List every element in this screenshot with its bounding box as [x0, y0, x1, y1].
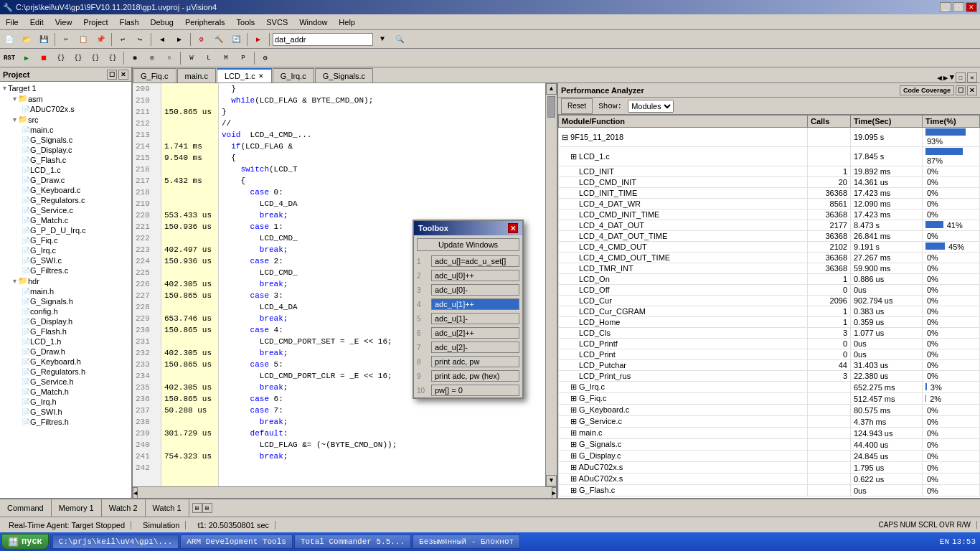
tree-item[interactable]: 📄 G_P_D_U_Irq.c	[1, 225, 130, 235]
debug-btn[interactable]: ▶	[250, 32, 266, 47]
run-btn[interactable]: ▶	[19, 50, 34, 66]
toolbox-item-3[interactable]: 4adc_u[1]++	[414, 297, 522, 311]
new-btn[interactable]: 📄	[1, 32, 17, 47]
tree-item[interactable]: 📄 G_SWI.h	[1, 407, 130, 417]
perf-row[interactable]: LCD_Cur 2096 902.794 us 0%	[559, 296, 980, 306]
tree-item[interactable]: 📄 G_Filtres.h	[1, 417, 130, 427]
tab-scroll-right[interactable]: ▶	[943, 73, 948, 83]
toolbox-item-6[interactable]: 7adc_u[2]-	[414, 340, 522, 354]
editor-tab-3[interactable]: G_Irq.c	[273, 68, 314, 83]
toolbox-item-9[interactable]: 10pw[] = 0	[414, 383, 522, 397]
editor-tab-4[interactable]: G_Signals.c	[315, 68, 373, 83]
h-scrollbar[interactable]: ◀ ▶	[133, 486, 557, 498]
menu-tools[interactable]: Tools	[231, 17, 261, 28]
perf-row[interactable]: ⊞ G_Irq.c 652.275 ms 3%	[559, 382, 980, 393]
taskbar-item-1[interactable]: ARM Development Tools	[180, 534, 293, 549]
tree-item[interactable]: 📄 G_Match.h	[1, 387, 130, 397]
tree-item[interactable]: 📄 ADuC702x.s	[1, 104, 130, 114]
perf-row[interactable]: ⊞ G_Display.c 24.845 us 0%	[559, 451, 980, 462]
cut-btn[interactable]: ✂	[58, 32, 74, 47]
addr-input[interactable]	[273, 33, 373, 46]
perf-row[interactable]: ⊞ ADuC702x.s 1.795 us 0%	[559, 462, 980, 474]
tree-item[interactable]: ▼ 📁 src	[1, 114, 130, 125]
memory-btn[interactable]: M	[218, 50, 234, 66]
perf-row[interactable]: LCD_Cur_CGRAM 1 0.383 us 0%	[559, 306, 980, 317]
perf-row[interactable]: LCD_4_CMD_OUT 2102 9.191 s 45%	[559, 242, 980, 253]
panel-close-btn[interactable]: ✕	[118, 70, 128, 80]
tab-close-all-btn[interactable]: ✕	[967, 72, 977, 83]
menu-debug[interactable]: Debug	[145, 17, 179, 28]
bottom-icon1[interactable]: ⊞	[192, 503, 202, 513]
toolbox-update-btn[interactable]: Update Windows	[417, 238, 519, 251]
taskbar-item-0[interactable]: C:\prjs\keil\uV4\gp1\...	[52, 534, 179, 549]
perf-row[interactable]: LCD_4_DAT_WR 8561 12.090 ms 0%	[559, 199, 980, 209]
tree-item[interactable]: 📄 LCD_1.h	[1, 336, 130, 347]
toolbox-item-0[interactable]: 1adc_u[]=adc_u_set[]	[414, 254, 522, 268]
perf-row[interactable]: LCD_4_CMD_OUT_TIME 36368 27.267 ms 0%	[559, 253, 980, 263]
menu-project[interactable]: Project	[77, 17, 113, 28]
tree-item[interactable]: 📄 G_Regulators.c	[1, 195, 130, 205]
scroll-thumb[interactable]	[547, 96, 555, 118]
perf-row[interactable]: LCD_Putchar 44 31.403 us 0%	[559, 360, 980, 371]
perf-float-btn[interactable]: ☐	[956, 85, 966, 95]
tree-item[interactable]: 📄 G_Fiq.c	[1, 235, 130, 245]
perf-row[interactable]: LCD_CMD_INIT_TIME 36368 17.423 ms 0%	[559, 209, 980, 220]
perf-row[interactable]: LCD_INIT_TIME 36368 17.423 ms 0%	[559, 188, 980, 199]
tree-item[interactable]: 📄 G_Keyboard.h	[1, 357, 130, 367]
perf-row[interactable]: LCD_Off 0 0us 0%	[559, 285, 980, 296]
taskbar-item-3[interactable]: Безымянный - Блокнот	[413, 534, 520, 549]
scroll-left-btn[interactable]: ◀	[133, 487, 138, 498]
perf-row[interactable]: ⊞ G_Fiq.c 512.457 ms 2%	[559, 393, 980, 405]
tree-item[interactable]: 📄 G_SWI.c	[1, 255, 130, 265]
perf-row[interactable]: LCD_INIT 1 19.892 ms 0%	[559, 166, 980, 177]
fwd-btn[interactable]: ▶	[171, 32, 187, 47]
save-btn[interactable]: 💾	[36, 32, 52, 47]
start-button[interactable]: 🪟 пуск	[1, 534, 49, 550]
perf-row[interactable]: ⊞ G_Flash.c 0us 0%	[559, 485, 980, 496]
tab-scroll-left[interactable]: ◀	[937, 73, 942, 83]
perf-row[interactable]: LCD_Print_rus 3 22.380 us 0%	[559, 371, 980, 382]
open-btn[interactable]: 📂	[19, 32, 34, 47]
tree-item[interactable]: 📄 G_Display.h	[1, 316, 130, 326]
menu-svcs[interactable]: SVCS	[260, 17, 293, 28]
tree-item[interactable]: 📄 G_Keyboard.c	[1, 185, 130, 195]
perf-row[interactable]: ⊞ G_Keyboard.c 80.575 ms 0%	[559, 405, 980, 416]
perf-reset-btn[interactable]: Reset	[561, 98, 593, 114]
tree-item[interactable]: 📄 G_Signals.c	[1, 135, 130, 145]
toolbox-close-btn[interactable]: ✕	[508, 223, 518, 233]
bp-clear-btn[interactable]: ○	[161, 50, 177, 66]
run-to-btn[interactable]: {}	[105, 50, 121, 66]
perf-logic-tab[interactable]: Code Coverage	[900, 85, 954, 95]
tree-item[interactable]: 📄 G_Draw.c	[1, 175, 130, 185]
build2-btn[interactable]: 🔨	[211, 32, 227, 47]
tree-item[interactable]: 📄 G_Irq.h	[1, 397, 130, 407]
project-tree[interactable]: ▼ Target 1▼ 📁 asm📄 ADuC702x.s▼ 📁 src📄 ma…	[0, 82, 131, 498]
copy-btn[interactable]: 📋	[75, 32, 91, 47]
build-btn[interactable]: ⚙	[194, 32, 209, 47]
tree-item[interactable]: 📄 G_Display.c	[1, 145, 130, 155]
bp-btn[interactable]: ◉	[127, 50, 143, 66]
step-btn[interactable]: {}	[53, 50, 69, 66]
tree-item[interactable]: ▼ 📁 asm	[1, 93, 130, 104]
rebuild-btn[interactable]: 🔄	[228, 32, 244, 47]
bottom-tab-0[interactable]: Watch 1	[146, 499, 189, 517]
toolbox-item-5[interactable]: 6adc_u[2]++	[414, 326, 522, 340]
perf-row[interactable]: LCD_Print 0 0us 0%	[559, 349, 980, 360]
locals-btn[interactable]: L	[201, 50, 217, 66]
tree-item[interactable]: ▼ 📁 hdr	[1, 276, 130, 286]
perf-row[interactable]: LCD_4_DAT_OUT 2177 8.473 s 41%	[559, 220, 980, 231]
menu-help[interactable]: Help	[333, 17, 361, 28]
toolbox-item-4[interactable]: 5adc_u[1]-	[414, 311, 522, 326]
tree-item[interactable]: 📄 G_Irq.c	[1, 245, 130, 255]
menu-file[interactable]: File	[0, 17, 24, 28]
perf-row[interactable]: ⊟ 9F15_11_2018 19.095 s 93%	[559, 128, 980, 147]
perf-row[interactable]: LCD_Printf 0 0us 0%	[559, 339, 980, 349]
back-btn[interactable]: ◀	[154, 32, 170, 47]
toolbox-item-btn[interactable]: adc_u[0]++	[431, 270, 519, 281]
search-btn[interactable]: 🔍	[392, 32, 407, 47]
toolbox-item-btn[interactable]: adc_u[2]++	[431, 327, 519, 339]
menu-edit[interactable]: Edit	[24, 17, 50, 28]
tree-item[interactable]: 📄 G_Flash.c	[1, 155, 130, 165]
tab-close-icon[interactable]: ✕	[258, 72, 264, 80]
bottom-icon2[interactable]: ⊞	[202, 503, 212, 513]
